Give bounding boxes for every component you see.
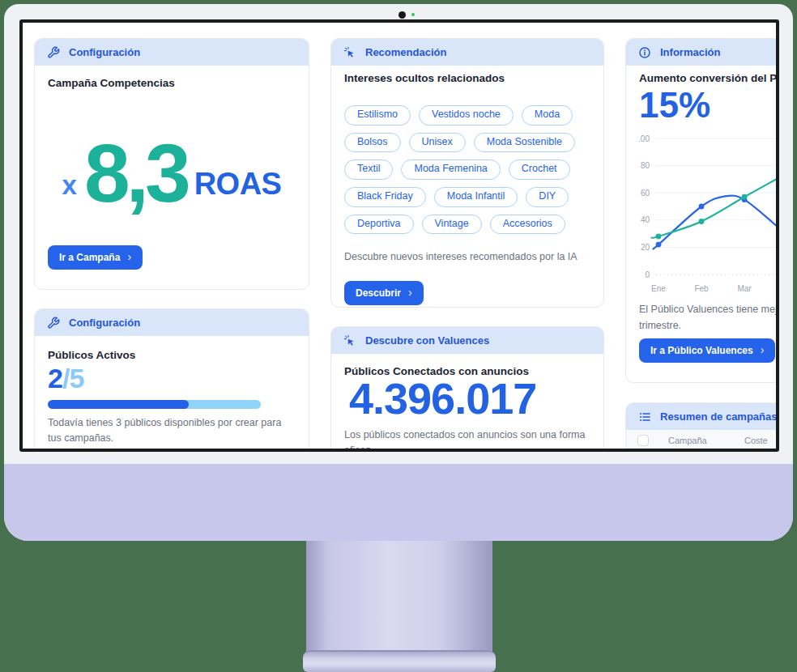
roas-multiplier-prefix: x: [62, 170, 77, 201]
interest-pill[interactable]: Black Friday: [344, 187, 426, 207]
interest-pill[interactable]: Moda Infantil: [434, 187, 518, 207]
go-to-campaign-button[interactable]: Ir a Campaña ›: [48, 245, 143, 270]
interest-pill[interactable]: Crochet: [509, 159, 570, 180]
conversion-percent: 15%: [639, 87, 710, 123]
audiences-progress-fill: [48, 400, 189, 409]
svg-text:60: 60: [641, 189, 650, 198]
monitor-frame: Configuración Campaña Competencias x 8,3…: [4, 4, 793, 541]
ai-cursor-icon: [343, 46, 356, 59]
svg-text:0: 0: [645, 270, 650, 279]
card-conversion-info: Información Aumento conversión del Públ …: [625, 38, 776, 383]
interest-pills: EstilismoVestidos nocheModaBolsosUnisexM…: [344, 105, 590, 234]
info-note-line2: trimestre.: [639, 318, 681, 334]
recommendation-note: Descubre nuevos intereses recomendados p…: [344, 249, 578, 265]
info-icon: [638, 46, 651, 59]
card-active-audiences: Configuración Públicos Activos 2/5 Todav…: [34, 308, 309, 449]
card-header-configuracion: Configuración: [35, 39, 309, 66]
card-header-label: Información: [660, 46, 720, 58]
column-header-cost: Coste: [744, 436, 768, 445]
card-connected-audiences: Descubre con Valuences Públicos Conectad…: [330, 326, 604, 449]
card-header-configuracion: Configuración: [35, 309, 309, 336]
column-header-campaign: Campaña: [668, 436, 707, 445]
audiences-count: 2/5: [48, 363, 83, 394]
discover-button[interactable]: Descubrir ›: [344, 281, 424, 305]
audiences-progress-bar: [48, 400, 261, 409]
roas-value: 8,3: [84, 141, 187, 207]
card-header-label: Recomendación: [365, 46, 446, 58]
chevron-right-icon: ›: [761, 343, 765, 356]
card-campaign-summary: Resumen de campañas Campaña Coste: [625, 402, 776, 449]
camera-dot: [398, 11, 406, 19]
interest-pill[interactable]: Moda: [522, 105, 573, 125]
card-header-descubre: Descubre con Valuences: [331, 327, 603, 354]
monitor-chin: [4, 464, 793, 541]
list-icon: [638, 410, 651, 423]
interest-pill[interactable]: Deportiva: [344, 215, 414, 235]
display-frame: Configuración Campaña Competencias x 8,3…: [19, 19, 779, 452]
card-title: Aumento conversión del Públ: [639, 72, 776, 84]
card-header-label: Resumen de campañas: [660, 410, 776, 423]
card-campaign-roas: Configuración Campaña Competencias x 8,3…: [34, 38, 309, 290]
interest-pill[interactable]: Textil: [344, 159, 393, 180]
card-recommendation: Recomendación Intereses ocultos relacion…: [330, 38, 604, 308]
svg-text:Ene: Ene: [651, 284, 666, 293]
card-header-label: Configuración: [69, 46, 140, 58]
select-all-checkbox[interactable]: [637, 435, 649, 446]
card-title: Intereses ocultos relacionados: [344, 72, 505, 84]
card-header-resumen: Resumen de campañas: [626, 403, 776, 430]
chevron-right-icon: ›: [408, 286, 412, 299]
monitor-stand: [306, 541, 492, 652]
summary-table-header: Campaña Coste: [626, 430, 776, 449]
interest-pill[interactable]: Moda Femenina: [401, 159, 500, 180]
interest-pill[interactable]: Estilismo: [344, 105, 411, 125]
svg-text:40: 40: [641, 215, 650, 224]
svg-text:Feb: Feb: [694, 284, 709, 293]
roas-metric: x 8,3 ROAS: [48, 134, 296, 202]
interest-pill[interactable]: Vintage: [422, 215, 482, 235]
desktop-scene: Configuración Campaña Competencias x 8,3…: [0, 0, 797, 672]
card-title: Públicos Activos: [48, 349, 135, 361]
conversion-chart: 020406080100EneFebMar: [639, 129, 776, 299]
roas-unit: ROAS: [194, 167, 282, 202]
go-to-valuences-audience-button[interactable]: Ir a Público Valuences ›: [639, 338, 775, 363]
svg-text:100: 100: [639, 134, 650, 143]
card-header-informacion: Información: [626, 39, 776, 66]
chevron-right-icon: ›: [127, 250, 131, 263]
audiences-note: Todavía tienes 3 públicos disponibles po…: [48, 415, 292, 446]
card-header-label: Descubre con Valuences: [365, 334, 489, 347]
interest-pill[interactable]: Accesorios: [490, 215, 565, 235]
interest-pill[interactable]: Unisex: [409, 133, 466, 153]
card-header-recomendacion: Recomendación: [331, 39, 603, 66]
connected-audiences-value: 4.396.017: [349, 376, 536, 420]
interest-pill[interactable]: Vestidos noche: [419, 105, 514, 125]
interest-pill[interactable]: DIY: [526, 187, 569, 207]
wrench-icon: [47, 317, 60, 330]
ai-cursor-icon: [343, 334, 356, 347]
wrench-icon: [47, 46, 60, 59]
svg-text:Mar: Mar: [737, 284, 752, 293]
info-note-line1: El Público Valuences tiene mejor c: [639, 302, 776, 317]
camera-led-icon: [411, 13, 415, 16]
card-header-label: Configuración: [69, 317, 140, 329]
svg-text:20: 20: [641, 243, 650, 252]
interest-pill[interactable]: Moda Sostenible: [474, 133, 575, 153]
monitor-stand-base: [303, 650, 496, 672]
card-title: Campaña Competencias: [48, 77, 175, 89]
screen: Configuración Campaña Competencias x 8,3…: [23, 23, 776, 449]
discover-note: Los públicos conectados con anuncios son…: [344, 427, 592, 449]
svg-text:80: 80: [641, 161, 650, 170]
interest-pill[interactable]: Bolsos: [344, 133, 401, 153]
